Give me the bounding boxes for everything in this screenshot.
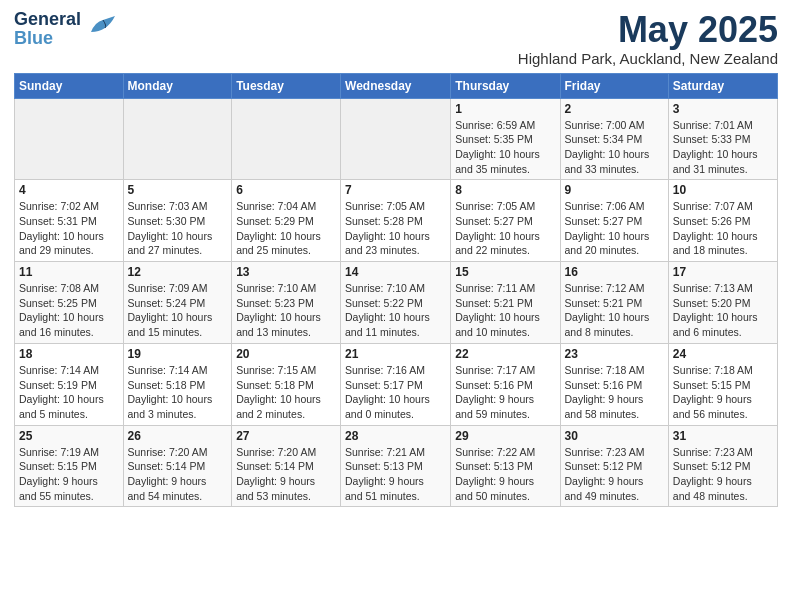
day-number: 12 [128, 265, 228, 279]
day-number: 13 [236, 265, 336, 279]
day-info: Sunrise: 7:05 AM Sunset: 5:28 PM Dayligh… [345, 199, 446, 258]
calendar-cell: 6Sunrise: 7:04 AM Sunset: 5:29 PM Daylig… [232, 180, 341, 262]
day-info: Sunrise: 7:03 AM Sunset: 5:30 PM Dayligh… [128, 199, 228, 258]
day-info: Sunrise: 7:20 AM Sunset: 5:14 PM Dayligh… [236, 445, 336, 504]
calendar-cell: 11Sunrise: 7:08 AM Sunset: 5:25 PM Dayli… [15, 262, 124, 344]
day-number: 18 [19, 347, 119, 361]
calendar-cell: 15Sunrise: 7:11 AM Sunset: 5:21 PM Dayli… [451, 262, 560, 344]
calendar-cell: 21Sunrise: 7:16 AM Sunset: 5:17 PM Dayli… [341, 343, 451, 425]
day-number: 5 [128, 183, 228, 197]
calendar-cell: 24Sunrise: 7:18 AM Sunset: 5:15 PM Dayli… [668, 343, 777, 425]
calendar-cell: 3Sunrise: 7:01 AM Sunset: 5:33 PM Daylig… [668, 98, 777, 180]
day-number: 23 [565, 347, 664, 361]
calendar-cell: 22Sunrise: 7:17 AM Sunset: 5:16 PM Dayli… [451, 343, 560, 425]
calendar-table: SundayMondayTuesdayWednesdayThursdayFrid… [14, 73, 778, 508]
day-info: Sunrise: 7:21 AM Sunset: 5:13 PM Dayligh… [345, 445, 446, 504]
logo: General Blue [14, 10, 117, 48]
day-number: 15 [455, 265, 555, 279]
day-number: 26 [128, 429, 228, 443]
day-number: 4 [19, 183, 119, 197]
calendar-cell: 14Sunrise: 7:10 AM Sunset: 5:22 PM Dayli… [341, 262, 451, 344]
day-number: 1 [455, 102, 555, 116]
day-number: 16 [565, 265, 664, 279]
day-info: Sunrise: 7:08 AM Sunset: 5:25 PM Dayligh… [19, 281, 119, 340]
calendar-cell: 16Sunrise: 7:12 AM Sunset: 5:21 PM Dayli… [560, 262, 668, 344]
day-number: 31 [673, 429, 773, 443]
day-number: 21 [345, 347, 446, 361]
calendar-cell: 13Sunrise: 7:10 AM Sunset: 5:23 PM Dayli… [232, 262, 341, 344]
col-header-friday: Friday [560, 73, 668, 98]
day-info: Sunrise: 7:12 AM Sunset: 5:21 PM Dayligh… [565, 281, 664, 340]
calendar-cell: 29Sunrise: 7:22 AM Sunset: 5:13 PM Dayli… [451, 425, 560, 507]
calendar-cell: 23Sunrise: 7:18 AM Sunset: 5:16 PM Dayli… [560, 343, 668, 425]
day-number: 17 [673, 265, 773, 279]
col-header-sunday: Sunday [15, 73, 124, 98]
day-info: Sunrise: 7:23 AM Sunset: 5:12 PM Dayligh… [565, 445, 664, 504]
day-info: Sunrise: 7:13 AM Sunset: 5:20 PM Dayligh… [673, 281, 773, 340]
day-info: Sunrise: 7:10 AM Sunset: 5:22 PM Dayligh… [345, 281, 446, 340]
col-header-saturday: Saturday [668, 73, 777, 98]
calendar-cell: 20Sunrise: 7:15 AM Sunset: 5:18 PM Dayli… [232, 343, 341, 425]
day-info: Sunrise: 7:20 AM Sunset: 5:14 PM Dayligh… [128, 445, 228, 504]
day-info: Sunrise: 7:18 AM Sunset: 5:16 PM Dayligh… [565, 363, 664, 422]
col-header-monday: Monday [123, 73, 232, 98]
logo-line2: Blue [14, 29, 81, 48]
calendar-cell [15, 98, 124, 180]
header-right: May 2025 Highland Park, Auckland, New Ze… [518, 10, 778, 67]
day-info: Sunrise: 7:22 AM Sunset: 5:13 PM Dayligh… [455, 445, 555, 504]
day-number: 28 [345, 429, 446, 443]
calendar-cell: 12Sunrise: 7:09 AM Sunset: 5:24 PM Dayli… [123, 262, 232, 344]
calendar-cell: 10Sunrise: 7:07 AM Sunset: 5:26 PM Dayli… [668, 180, 777, 262]
location: Highland Park, Auckland, New Zealand [518, 50, 778, 67]
day-number: 20 [236, 347, 336, 361]
calendar-cell: 8Sunrise: 7:05 AM Sunset: 5:27 PM Daylig… [451, 180, 560, 262]
logo-line1: General [14, 10, 81, 29]
day-number: 14 [345, 265, 446, 279]
day-number: 22 [455, 347, 555, 361]
day-number: 3 [673, 102, 773, 116]
col-header-wednesday: Wednesday [341, 73, 451, 98]
calendar-cell: 31Sunrise: 7:23 AM Sunset: 5:12 PM Dayli… [668, 425, 777, 507]
day-info: Sunrise: 7:18 AM Sunset: 5:15 PM Dayligh… [673, 363, 773, 422]
day-info: Sunrise: 7:16 AM Sunset: 5:17 PM Dayligh… [345, 363, 446, 422]
calendar-cell: 4Sunrise: 7:02 AM Sunset: 5:31 PM Daylig… [15, 180, 124, 262]
col-header-tuesday: Tuesday [232, 73, 341, 98]
month-title: May 2025 [518, 10, 778, 50]
calendar-cell [123, 98, 232, 180]
day-number: 27 [236, 429, 336, 443]
calendar-cell [232, 98, 341, 180]
day-info: Sunrise: 7:14 AM Sunset: 5:19 PM Dayligh… [19, 363, 119, 422]
day-info: Sunrise: 7:09 AM Sunset: 5:24 PM Dayligh… [128, 281, 228, 340]
day-number: 8 [455, 183, 555, 197]
day-info: Sunrise: 7:14 AM Sunset: 5:18 PM Dayligh… [128, 363, 228, 422]
calendar-cell [341, 98, 451, 180]
calendar-cell: 19Sunrise: 7:14 AM Sunset: 5:18 PM Dayli… [123, 343, 232, 425]
calendar-cell: 28Sunrise: 7:21 AM Sunset: 5:13 PM Dayli… [341, 425, 451, 507]
day-number: 6 [236, 183, 336, 197]
day-info: Sunrise: 7:07 AM Sunset: 5:26 PM Dayligh… [673, 199, 773, 258]
page: General Blue May 2025 Highland Park, Auc… [0, 0, 792, 521]
calendar-cell: 2Sunrise: 7:00 AM Sunset: 5:34 PM Daylig… [560, 98, 668, 180]
day-info: Sunrise: 7:06 AM Sunset: 5:27 PM Dayligh… [565, 199, 664, 258]
day-info: Sunrise: 7:19 AM Sunset: 5:15 PM Dayligh… [19, 445, 119, 504]
day-number: 29 [455, 429, 555, 443]
day-number: 9 [565, 183, 664, 197]
day-info: Sunrise: 7:15 AM Sunset: 5:18 PM Dayligh… [236, 363, 336, 422]
col-header-thursday: Thursday [451, 73, 560, 98]
calendar-cell: 7Sunrise: 7:05 AM Sunset: 5:28 PM Daylig… [341, 180, 451, 262]
day-info: Sunrise: 7:17 AM Sunset: 5:16 PM Dayligh… [455, 363, 555, 422]
calendar-cell: 1Sunrise: 6:59 AM Sunset: 5:35 PM Daylig… [451, 98, 560, 180]
day-info: Sunrise: 6:59 AM Sunset: 5:35 PM Dayligh… [455, 118, 555, 177]
day-info: Sunrise: 7:04 AM Sunset: 5:29 PM Dayligh… [236, 199, 336, 258]
calendar-cell: 9Sunrise: 7:06 AM Sunset: 5:27 PM Daylig… [560, 180, 668, 262]
calendar-cell: 27Sunrise: 7:20 AM Sunset: 5:14 PM Dayli… [232, 425, 341, 507]
day-info: Sunrise: 7:01 AM Sunset: 5:33 PM Dayligh… [673, 118, 773, 177]
calendar-cell: 18Sunrise: 7:14 AM Sunset: 5:19 PM Dayli… [15, 343, 124, 425]
calendar-cell: 26Sunrise: 7:20 AM Sunset: 5:14 PM Dayli… [123, 425, 232, 507]
calendar-cell: 25Sunrise: 7:19 AM Sunset: 5:15 PM Dayli… [15, 425, 124, 507]
day-info: Sunrise: 7:00 AM Sunset: 5:34 PM Dayligh… [565, 118, 664, 177]
day-info: Sunrise: 7:23 AM Sunset: 5:12 PM Dayligh… [673, 445, 773, 504]
day-number: 25 [19, 429, 119, 443]
logo-bird-icon [85, 14, 117, 40]
day-info: Sunrise: 7:11 AM Sunset: 5:21 PM Dayligh… [455, 281, 555, 340]
